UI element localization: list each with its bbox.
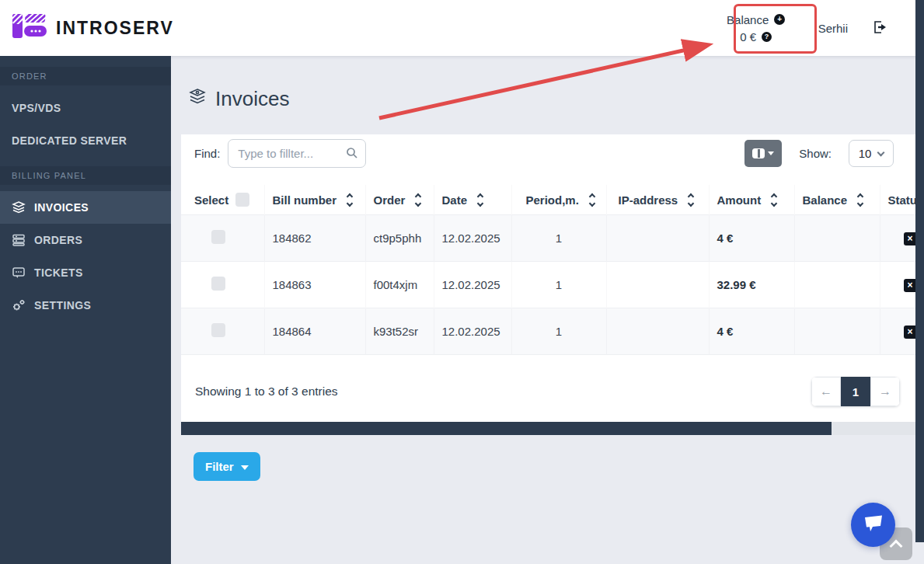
filter-button[interactable]: Filter: [194, 452, 260, 481]
sidebar-item-tickets[interactable]: TICKETS: [0, 256, 171, 289]
horizontal-scrollbar[interactable]: [181, 422, 915, 435]
chat-widget-button[interactable]: [851, 503, 895, 547]
cell-date: 12.02.2025: [434, 215, 511, 262]
horizontal-scrollbar-thumb[interactable]: [181, 422, 832, 435]
col-select-label: Select: [194, 193, 228, 207]
col-status[interactable]: Status: [880, 185, 915, 215]
cell-period: 1: [511, 262, 606, 308]
cell-bill-number: 184863: [264, 262, 365, 308]
sort-icon[interactable]: [478, 194, 483, 206]
invoices-icon: [12, 200, 26, 214]
page-title-row: Invoices: [188, 87, 924, 111]
pagination-prev-button[interactable]: ←: [811, 377, 841, 406]
balance-widget[interactable]: Balance + 0 € ?: [717, 13, 795, 44]
sidebar-item-label: VPS/VDS: [12, 102, 61, 114]
status-unpaid-icon[interactable]: ×: [904, 279, 916, 292]
cell-ip-address: [606, 262, 709, 308]
app-header: INTROSERV Balance + 0 € ? Serhii: [0, 0, 924, 56]
page-title: Invoices: [215, 87, 289, 111]
sort-icon[interactable]: [416, 194, 420, 206]
status-unpaid-icon[interactable]: ×: [904, 232, 916, 245]
table-toolbar: Find: Show: 10: [181, 134, 915, 179]
sort-icon[interactable]: [858, 194, 863, 206]
cell-date: 12.02.2025: [434, 262, 511, 308]
main-content: Invoices Find: Show:: [171, 56, 924, 564]
cell-ip-address: [606, 215, 709, 262]
pagination-page-1[interactable]: 1: [841, 377, 870, 406]
add-funds-icon[interactable]: +: [774, 14, 785, 25]
invoices-table: Select Bill number Order Date Period,m. …: [181, 185, 915, 355]
table-row[interactable]: 184864 k93t52sr 12.02.2025 1 4 € ×: [181, 308, 915, 355]
sidebar-item-invoices[interactable]: INVOICES: [0, 191, 171, 224]
table-footer: Showing 1 to 3 of 3 entries ← 1 →: [181, 355, 915, 414]
cell-balance: [794, 262, 880, 308]
balance-help-icon[interactable]: ?: [762, 32, 772, 42]
row-checkbox[interactable]: [211, 323, 225, 337]
sidebar-item-label: INVOICES: [34, 201, 89, 214]
balance-value: 0 €: [740, 30, 756, 44]
table-row[interactable]: 184862 ct9p5phh 12.02.2025 1 4 € ×: [181, 215, 915, 262]
sort-icon[interactable]: [590, 194, 594, 206]
sidebar-item-label: ORDERS: [34, 234, 82, 246]
logout-icon: [871, 19, 888, 37]
column-visibility-button[interactable]: [744, 140, 782, 167]
vertical-scrollbar[interactable]: [915, 0, 924, 542]
table-row[interactable]: 184863 f00t4xjm 12.02.2025 1 32.99 € ×: [181, 262, 915, 308]
col-period[interactable]: Period,m.: [511, 185, 606, 215]
sort-icon[interactable]: [347, 194, 352, 206]
table-header-row: Select Bill number Order Date Period,m. …: [181, 185, 915, 215]
page-size-select[interactable]: 10: [849, 140, 894, 167]
cell-order: f00t4xjm: [365, 262, 434, 308]
sidebar-section-order: ORDER: [0, 67, 171, 85]
chevron-down-icon: [877, 148, 885, 156]
sidebar-item-dedicated-server[interactable]: DEDICATED SERVER: [0, 124, 171, 157]
pagination-next-button[interactable]: →: [870, 377, 900, 406]
col-balance[interactable]: Balance: [794, 185, 880, 215]
sidebar: ORDER VPS/VDS DEDICATED SERVER BILLING P…: [0, 56, 171, 564]
cell-amount: 4 €: [709, 308, 794, 355]
balance-label: Balance: [727, 13, 769, 26]
col-bill-number[interactable]: Bill number: [264, 185, 365, 215]
search-icon: [346, 147, 358, 162]
cell-order: k93t52sr: [365, 308, 434, 355]
col-amount[interactable]: Amount: [709, 185, 794, 215]
row-checkbox[interactable]: [211, 230, 225, 244]
caret-down-icon: [768, 151, 774, 155]
entries-summary: Showing 1 to 3 of 3 entries: [195, 385, 338, 399]
select-all-checkbox[interactable]: [235, 193, 249, 207]
filter-button-label: Filter: [205, 460, 234, 473]
cell-amount: 4 €: [709, 215, 794, 262]
sidebar-item-vps-vds[interactable]: VPS/VDS: [0, 92, 171, 124]
sidebar-item-orders[interactable]: ORDERS: [0, 224, 171, 256]
cell-ip-address: [606, 308, 709, 355]
logout-button[interactable]: [871, 19, 888, 37]
pagination: ← 1 →: [811, 377, 900, 406]
row-checkbox[interactable]: [211, 277, 225, 291]
tickets-icon: [12, 266, 26, 280]
chat-bubble-icon: [862, 514, 885, 536]
cell-period: 1: [511, 308, 606, 355]
settings-gears-icon: [12, 298, 26, 312]
sort-icon[interactable]: [772, 194, 776, 206]
chevron-up-icon: [890, 539, 903, 552]
col-order[interactable]: Order: [365, 185, 434, 215]
invoices-card: Find: Show: 10: [181, 134, 915, 435]
cell-date: 12.02.2025: [434, 308, 511, 355]
introserv-logo-icon: [12, 12, 47, 44]
cell-order: ct9p5phh: [365, 215, 434, 262]
orders-icon: [12, 233, 26, 247]
username[interactable]: Serhii: [818, 22, 848, 35]
col-ip-address[interactable]: IP-address: [606, 185, 709, 215]
sort-icon[interactable]: [689, 194, 693, 206]
show-label: Show:: [799, 147, 832, 160]
columns-icon: [752, 148, 765, 158]
cell-bill-number: 184864: [264, 308, 365, 355]
brand-logo[interactable]: INTROSERV: [0, 12, 174, 44]
sidebar-item-label: SETTINGS: [34, 299, 91, 312]
cell-bill-number: 184862: [264, 215, 365, 262]
cell-balance: [794, 215, 880, 262]
col-select: Select: [181, 185, 264, 215]
col-date[interactable]: Date: [434, 185, 511, 215]
sidebar-item-settings[interactable]: SETTINGS: [0, 289, 171, 322]
status-unpaid-icon[interactable]: ×: [904, 326, 916, 339]
